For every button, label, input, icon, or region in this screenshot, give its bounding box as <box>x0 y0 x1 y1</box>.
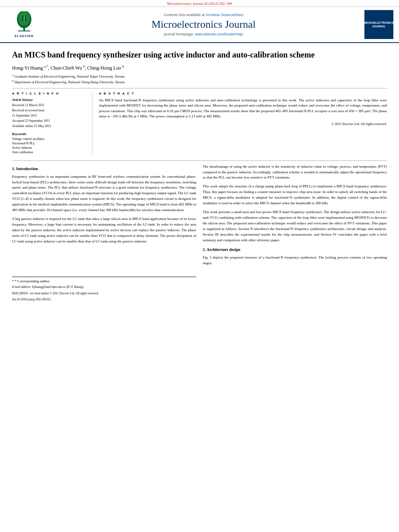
history-item-3: 21 September 2011 <box>12 113 87 118</box>
footnote-divider <box>12 277 196 277</box>
svg-rect-1 <box>18 31 30 31</box>
elsevier-label: ELSEVIER <box>14 34 34 38</box>
main-col-right: The disadvantage of using the active ind… <box>203 164 387 302</box>
footnote-corresponding: * * Corresponding author. <box>12 279 196 284</box>
section1-col2-para2: This work adopts the structure of a char… <box>203 184 387 206</box>
keyword-4: Auto calibration <box>12 150 87 154</box>
main-col-left: 1. Introduction Frequency synthesizer is… <box>12 164 196 302</box>
affiliation-b: b Department of Electrical Engineering, … <box>12 79 387 84</box>
history-item-5: Available online 25 May 2012 <box>12 124 87 128</box>
section1-heading: 1. Introduction <box>12 166 196 172</box>
journal-logo-right: MICROELECTRONICS JOURNAL <box>363 10 395 39</box>
history-item-2: Received in revised form <box>12 108 87 113</box>
keyword-3: Active inductor <box>12 146 87 150</box>
elsevier-logo: ELSEVIER <box>12 11 36 38</box>
copyright-line: © 2011 Elsevier Ltd. All rights reserved… <box>99 122 387 126</box>
section1-para2: A big passive inductor is required for t… <box>12 216 196 244</box>
homepage-link[interactable]: www.elsevier.com/locate/mejo <box>195 32 243 36</box>
journal-title: Microelectronics Journal <box>151 18 255 31</box>
keyword-1: Voltage control oscillator <box>12 137 87 141</box>
section1-col2-para1: The disadvantage of using the active ind… <box>203 164 387 181</box>
main-content: 1. Introduction Frequency synthesizer is… <box>12 164 387 302</box>
authors-line: Hong-Yi Huang a,*, Chun-Chieh Wu b, Chin… <box>12 65 387 71</box>
footnote-email: E-mail address: hyhuang@mail.ntpu.edu.tw… <box>12 285 196 289</box>
divider-mid <box>12 160 387 161</box>
article-title: An MICS band frequency synthesizer using… <box>12 49 387 60</box>
article-info-col: A R T I C L E I N F O Article history: R… <box>12 92 93 155</box>
journal-reference: Microelectronics Journal 43 (2012) 592–5… <box>167 2 232 6</box>
article-info-abstract: A R T I C L E I N F O Article history: R… <box>12 92 387 155</box>
history-item-4: Accepted 23 September 2011 <box>12 119 87 123</box>
sciverse-line: Contents lists available at SciVerse Sci… <box>164 13 243 17</box>
article-history-label: Article history: <box>12 98 87 102</box>
abstract-text: An MICS band fractional-N frequency synt… <box>99 98 387 119</box>
journal-title-area: Contents lists available at SciVerse Sci… <box>48 10 359 39</box>
history-item-1: Received 12 March 2011 <box>12 103 87 107</box>
affiliation-a: a Graduate Institute of Electrical Engin… <box>12 74 387 78</box>
affiliations: a Graduate Institute of Electrical Engin… <box>12 74 387 84</box>
divider-top <box>12 88 387 88</box>
section2-heading: 2. Architecture design <box>203 246 387 253</box>
journal-reference-bar: Microelectronics Journal 43 (2012) 592–5… <box>0 0 399 7</box>
section1-para1: Frequency synthesizer is an important co… <box>12 174 196 214</box>
sciverse-link[interactable]: SciVerse ScienceDirect <box>206 13 244 17</box>
section1-col2-para3: This work presents a small-area and low-… <box>203 210 387 243</box>
keywords-label: Keywords: <box>12 132 87 136</box>
section2-para1: Fig. 1 depicts the proposed structure of… <box>203 255 387 266</box>
elsevier-tree-icon <box>12 11 36 33</box>
article-info-label: A R T I C L E I N F O <box>12 92 87 95</box>
issn-line: 0026-2692/$ - see front matter © 2011 El… <box>12 291 196 296</box>
elsevier-logo-area: ELSEVIER <box>4 10 44 39</box>
keyword-2: Fractional-N PLL <box>12 142 87 145</box>
journal-logo-box: MICROELECTRONICS JOURNAL <box>364 10 393 39</box>
article-body: An MICS band frequency synthesizer using… <box>0 43 399 310</box>
page: Microelectronics Journal 43 (2012) 592–5… <box>0 0 399 532</box>
abstract-col: A B S T R A C T An MICS band fractional-… <box>99 92 387 155</box>
doi-line: doi:10.1016/j.mejo.2011.09.012 <box>12 297 196 302</box>
journal-homepage: journal homepage: www.elsevier.com/locat… <box>164 32 243 36</box>
footnotes: * * Corresponding author. E-mail address… <box>12 277 196 302</box>
journal-header: ELSEVIER Contents lists available at Sci… <box>0 7 399 43</box>
abstract-label: A B S T R A C T <box>99 92 387 95</box>
